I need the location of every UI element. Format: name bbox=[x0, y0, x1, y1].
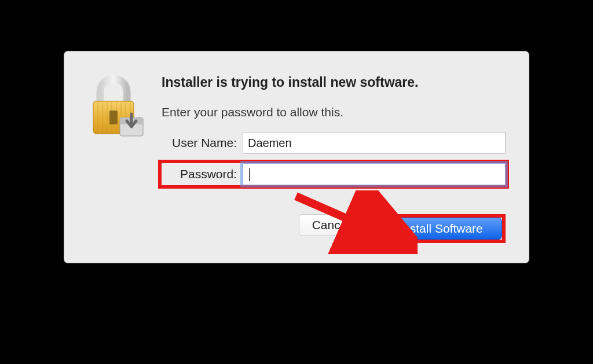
dialog-content: Installer is trying to install new softw… bbox=[87, 75, 506, 243]
password-field[interactable] bbox=[243, 163, 506, 185]
confirm-highlight: Install Software bbox=[377, 214, 506, 243]
password-highlight: Password: bbox=[158, 160, 509, 189]
username-row: User Name: bbox=[162, 132, 506, 154]
lock-installer-icon bbox=[87, 75, 145, 138]
username-label: User Name: bbox=[162, 136, 243, 150]
install-software-button[interactable]: Install Software bbox=[380, 218, 502, 240]
cancel-button[interactable]: Cancel bbox=[299, 214, 363, 236]
dialog-body: Installer is trying to install new softw… bbox=[162, 75, 506, 243]
dialog-heading: Installer is trying to install new softw… bbox=[162, 75, 506, 90]
svg-rect-9 bbox=[109, 111, 118, 124]
button-row: Cancel Install Software bbox=[162, 214, 506, 243]
auth-dialog: Installer is trying to install new softw… bbox=[64, 51, 529, 263]
password-label: Password: bbox=[162, 167, 243, 181]
password-row: Password: bbox=[162, 163, 506, 185]
text-caret bbox=[249, 168, 250, 181]
dialog-subtext: Enter your password to allow this. bbox=[162, 105, 506, 119]
username-field[interactable] bbox=[243, 132, 506, 154]
